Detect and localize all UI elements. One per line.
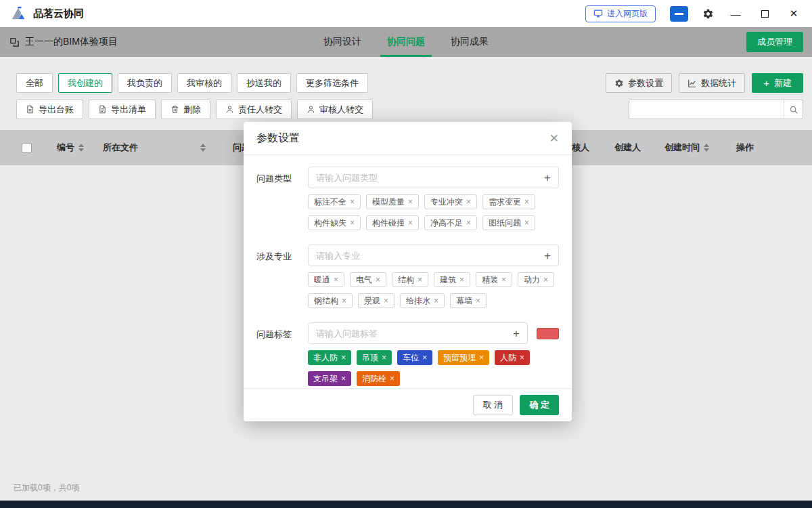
transfer-reviewer-button[interactable]: 审核人转交 — [297, 100, 373, 119]
tag[interactable]: 构件缺失× — [308, 215, 361, 230]
sort-icon-file[interactable] — [200, 130, 206, 165]
tag-remove-icon[interactable]: × — [520, 353, 524, 362]
window-maximize-button[interactable] — [757, 5, 772, 22]
tag-remove-icon[interactable]: × — [524, 218, 529, 228]
filter-tab-all[interactable]: 全部 — [16, 73, 53, 93]
tag-remove-icon[interactable]: × — [384, 296, 388, 305]
tag-color-swatch[interactable] — [537, 328, 559, 339]
blue-panel-icon[interactable] — [670, 6, 688, 22]
action-bar: 导出台账 导出清单 删除 责任人转交 审核人转交 — [16, 100, 373, 119]
filter-tab-created-by-me[interactable]: 我创建的 — [58, 73, 112, 93]
tag-remove-icon[interactable]: × — [408, 197, 413, 207]
tag-remove-icon[interactable]: × — [334, 275, 338, 284]
tag-remove-icon[interactable]: × — [390, 374, 394, 383]
delete-button[interactable]: 删除 — [161, 100, 210, 119]
sort-icon — [704, 144, 709, 152]
colored-tag[interactable]: 非人防× — [308, 350, 351, 365]
project-switch-icon[interactable] — [9, 37, 20, 47]
issue-tag-input[interactable] — [316, 329, 508, 339]
filter-tab-cc-me[interactable]: 抄送我的 — [237, 73, 291, 93]
tag[interactable]: 暖通× — [308, 272, 344, 287]
colored-tag[interactable]: 车位× — [397, 350, 432, 365]
tag-remove-icon[interactable]: × — [476, 296, 480, 305]
tab-collab-design[interactable]: 协同设计 — [322, 27, 363, 57]
column-header-number[interactable]: 编号 — [57, 130, 84, 165]
title-bar: 品茗云协同 进入网页版 — ✕ — [0, 0, 812, 27]
tag-remove-icon[interactable]: × — [350, 218, 355, 228]
tag-remove-icon[interactable]: × — [382, 353, 386, 362]
tag-remove-icon[interactable]: × — [341, 374, 346, 383]
tag[interactable]: 动力× — [518, 272, 554, 287]
param-settings-dialog: 参数设置 ✕ 问题类型 + 标注不全× 模型质量× 专业冲突× 需求变更× — [244, 122, 572, 421]
tag[interactable]: 幕墙× — [450, 293, 487, 308]
tag[interactable]: 净高不足× — [424, 215, 477, 230]
tag[interactable]: 给排水× — [400, 293, 445, 308]
filter-tab-my-review[interactable]: 我审核的 — [177, 73, 231, 93]
cancel-button[interactable]: 取 消 — [473, 395, 514, 415]
select-all-checkbox[interactable] — [22, 143, 32, 153]
tag-remove-icon[interactable]: × — [422, 353, 427, 362]
tag-remove-icon[interactable]: × — [459, 275, 464, 284]
tag-remove-icon[interactable]: × — [434, 296, 438, 305]
tab-collab-results[interactable]: 协同成果 — [449, 27, 490, 57]
export-ledger-button[interactable]: 导出台账 — [16, 100, 83, 119]
colored-tag[interactable]: 吊顶× — [357, 350, 392, 365]
transfer-responsible-button[interactable]: 责任人转交 — [216, 100, 292, 119]
tag-remove-icon[interactable]: × — [501, 275, 506, 284]
discipline-input[interactable] — [316, 251, 539, 261]
data-statistics-button[interactable]: 数据统计 — [679, 73, 745, 93]
member-manage-button[interactable]: 成员管理 — [746, 32, 803, 52]
tag[interactable]: 精装× — [476, 272, 512, 287]
tag[interactable]: 模型质量× — [366, 194, 419, 209]
tag[interactable]: 标注不全× — [308, 194, 361, 209]
search-icon[interactable] — [784, 100, 803, 119]
add-icon[interactable]: + — [513, 328, 520, 339]
tag[interactable]: 结构× — [392, 272, 428, 287]
tag-row: 构件缺失× 构件碰撞× 净高不足× 图纸问题× — [308, 215, 559, 230]
tag[interactable]: 图纸问题× — [482, 215, 535, 230]
tag-remove-icon[interactable]: × — [466, 197, 471, 207]
add-icon[interactable]: + — [544, 172, 551, 184]
dialog-close-icon[interactable]: ✕ — [549, 131, 559, 146]
window-minimize-button[interactable]: — — [728, 5, 743, 22]
add-icon[interactable]: + — [544, 250, 551, 261]
filter-tab-my-responsibility[interactable]: 我负责的 — [118, 73, 172, 93]
tag-remove-icon[interactable]: × — [408, 218, 413, 228]
window-close-button[interactable]: ✕ — [786, 5, 801, 22]
colored-tag[interactable]: 消防栓× — [357, 371, 400, 386]
app-title: 品茗云协同 — [33, 7, 84, 20]
tag-remove-icon[interactable]: × — [543, 275, 548, 284]
column-header-create-time[interactable]: 创建时间 — [664, 130, 709, 165]
tag-row: 暖通× 电气× 结构× 建筑× 精装× 动力× — [308, 272, 559, 287]
column-header-file[interactable]: 所在文件 — [103, 130, 138, 165]
tag-remove-icon[interactable]: × — [350, 197, 355, 207]
tag[interactable]: 钢结构× — [308, 293, 353, 308]
tab-collab-issues[interactable]: 协同问题 — [386, 27, 426, 57]
issue-type-input[interactable] — [316, 173, 539, 183]
tag-remove-icon[interactable]: × — [479, 353, 484, 362]
colored-tag[interactable]: 人防× — [495, 350, 530, 365]
param-settings-button[interactable]: 参数设置 — [606, 73, 672, 93]
tag-remove-icon[interactable]: × — [342, 296, 346, 305]
enter-web-version-button[interactable]: 进入网页版 — [585, 5, 656, 22]
tag[interactable]: 电气× — [350, 272, 386, 287]
settings-gear-icon[interactable] — [702, 8, 714, 20]
tag-remove-icon[interactable]: × — [524, 197, 529, 207]
colored-tag[interactable]: 支吊架× — [308, 371, 351, 386]
tag[interactable]: 景观× — [358, 293, 394, 308]
tag[interactable]: 需求变更× — [482, 194, 535, 209]
tag[interactable]: 专业冲突× — [424, 194, 477, 209]
tag-remove-icon[interactable]: × — [418, 275, 422, 284]
tag-remove-icon[interactable]: × — [466, 218, 471, 228]
tag[interactable]: 建筑× — [434, 272, 470, 287]
tag[interactable]: 构件碰撞× — [366, 215, 419, 230]
colored-tag[interactable]: 预留预埋× — [438, 350, 489, 365]
export-list-button[interactable]: 导出清单 — [89, 100, 156, 119]
more-filters-button[interactable]: 更多筛选条件 — [296, 73, 368, 93]
tag-remove-icon[interactable]: × — [376, 275, 380, 284]
section-label: 问题类型 — [256, 167, 308, 230]
new-issue-button[interactable]: + 新建 — [752, 73, 803, 93]
confirm-button[interactable]: 确 定 — [520, 395, 559, 415]
tag-remove-icon[interactable]: × — [341, 353, 346, 362]
search-input[interactable] — [629, 104, 784, 114]
